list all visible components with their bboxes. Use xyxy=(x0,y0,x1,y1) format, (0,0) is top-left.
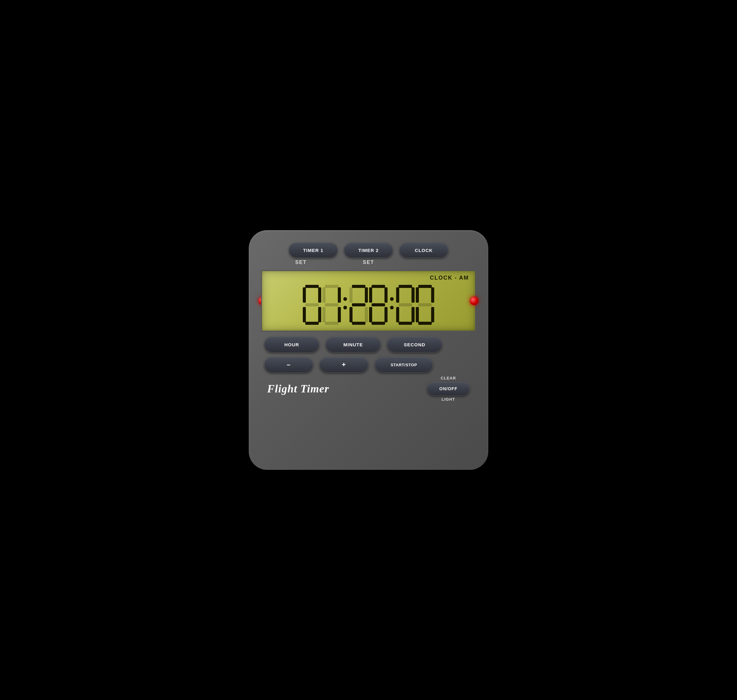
brand-row: Flight Timer CLEAR ON/OFF LIGHT xyxy=(264,376,473,401)
plus-button[interactable]: + xyxy=(319,357,368,373)
digit-0 xyxy=(303,285,321,325)
time-display xyxy=(268,282,469,327)
minute-button[interactable]: MINUTE xyxy=(326,337,381,353)
bottom-section: HOUR MINUTE SECOND – + START/STOP Flight… xyxy=(261,337,476,401)
digit-sec-1 xyxy=(416,285,434,325)
set1-label: SET xyxy=(267,260,335,265)
display-area: CLOCK - AM xyxy=(261,270,476,332)
set2-label: SET xyxy=(335,260,402,265)
adjust-button-row: – + START/STOP xyxy=(264,357,473,373)
mode-label: CLOCK - AM xyxy=(268,275,469,281)
timer1-button[interactable]: TIMER 1 xyxy=(289,243,338,258)
digit-group-hours xyxy=(303,285,341,325)
top-button-row: TIMER 1 TIMER 2 CLOCK xyxy=(261,243,476,258)
digit-1 xyxy=(322,285,341,325)
minus-button[interactable]: – xyxy=(264,357,313,373)
on-off-button[interactable]: ON/OFF xyxy=(427,382,470,396)
colon-1 xyxy=(343,297,347,313)
brand-label: Flight Timer xyxy=(267,382,329,395)
clear-label: CLEAR xyxy=(440,376,456,381)
lcd-screen: CLOCK - AM xyxy=(261,270,476,332)
onoff-col: CLEAR ON/OFF LIGHT xyxy=(427,376,470,401)
function-button-row: HOUR MINUTE SECOND xyxy=(264,337,473,353)
light-label: LIGHT xyxy=(442,397,455,401)
colon-2 xyxy=(390,297,394,313)
digit-2 xyxy=(349,285,368,325)
set-labels-row: SET SET xyxy=(261,260,476,265)
digit-8 xyxy=(369,285,388,325)
hour-button[interactable]: HOUR xyxy=(264,337,319,353)
second-button[interactable]: SECOND xyxy=(387,337,442,353)
digit-group-seconds xyxy=(396,285,434,325)
digit-sec-0 xyxy=(396,285,415,325)
flight-timer-device: TIMER 1 TIMER 2 CLOCK SET SET CLOCK - AM xyxy=(249,230,488,470)
digit-group-minutes xyxy=(349,285,388,325)
right-control-col: START/STOP xyxy=(374,357,433,373)
timer2-button[interactable]: TIMER 2 xyxy=(344,243,393,258)
clock-button[interactable]: CLOCK xyxy=(399,243,448,258)
start-stop-button[interactable]: START/STOP xyxy=(374,357,433,373)
right-led-indicator xyxy=(470,297,479,305)
